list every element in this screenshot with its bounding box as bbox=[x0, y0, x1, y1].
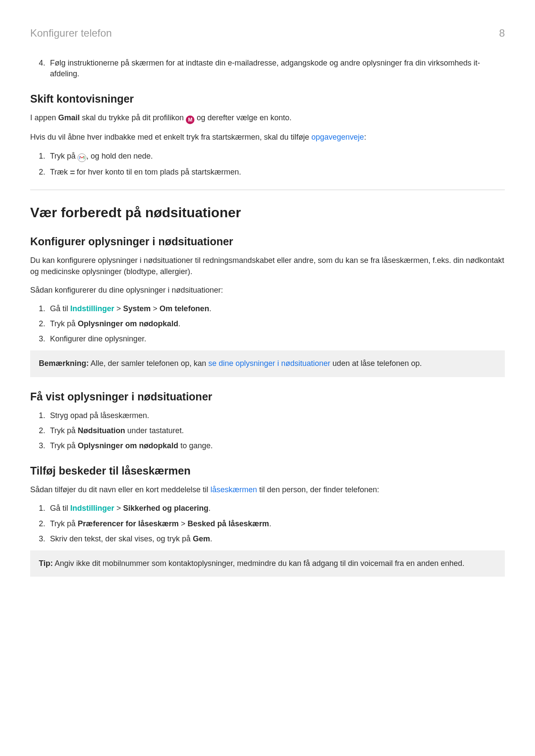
manual-page: Konfigurer telefon 8 Følg instruktionern… bbox=[0, 0, 535, 756]
continued-list: Følg instruktionerne på skærmen for at i… bbox=[30, 58, 505, 79]
list-lockscreen: Gå til Indstillinger > Sikkerhed og plac… bbox=[30, 503, 505, 544]
note-emergency-visible: Bemærkning: Alle, der samler telefonen o… bbox=[30, 350, 505, 377]
heading-view-emergency: Få vist oplysninger i nødsituationer bbox=[30, 389, 505, 404]
list-shortcuts: Tryk på , og hold den nede. Træk = for h… bbox=[30, 151, 505, 178]
heading-emergency-main: Vær forberedt på nødsituationer bbox=[30, 203, 505, 222]
link-opgavegenveje[interactable]: opgavegenveje bbox=[311, 133, 364, 141]
para-emergency-howto: Sådan konfigurerer du dine oplysninger i… bbox=[30, 285, 505, 296]
list-shortcuts-item-1: Tryk på , og hold den nede. bbox=[47, 151, 505, 162]
emerg-step-1: Gå til Indstillinger > System > Om telef… bbox=[47, 303, 505, 314]
para-add-shortcut: Hvis du vil åbne hver indbakke med et en… bbox=[30, 132, 505, 143]
link-indstillinger-2[interactable]: Indstillinger bbox=[70, 504, 114, 512]
section-divider bbox=[30, 190, 505, 190]
header-title: Konfigurer telefon bbox=[30, 26, 112, 41]
list-configure-emergency: Gå til Indstillinger > System > Om telef… bbox=[30, 303, 505, 345]
link-laaseskærmen[interactable]: låseskærmen bbox=[210, 485, 257, 494]
para-gmail-profile: I appen Gmail skal du trykke på dit prof… bbox=[30, 112, 505, 124]
list-shortcuts-item-2: Træk = for hver konto til en tom plads p… bbox=[47, 166, 505, 178]
lock-step-3: Skriv den tekst, der skal vises, og tryk… bbox=[47, 534, 505, 544]
lock-step-1: Gå til Indstillinger > Sikkerhed og plac… bbox=[47, 503, 505, 514]
emerg-step-3: Konfigurer dine oplysninger. bbox=[47, 334, 505, 344]
gmail-m-outline-icon bbox=[78, 153, 86, 162]
para-lockscreen-intro: Sådan tilføjer du dit navn eller en kort… bbox=[30, 484, 505, 495]
list-view-emergency: Stryg opad på låseskærmen. Tryk på Nødsi… bbox=[30, 410, 505, 452]
running-header: Konfigurer telefon 8 bbox=[30, 26, 505, 41]
view-step-3: Tryk på Oplysninger om nødopkald to gang… bbox=[47, 440, 505, 451]
profile-m-icon: M bbox=[186, 116, 194, 124]
drag-handle-icon: = bbox=[70, 166, 75, 178]
view-step-2: Tryk på Nødsituation under tastaturet. bbox=[47, 425, 505, 436]
link-see-emergency-info[interactable]: se dine oplysninger i nødsituationer bbox=[208, 359, 330, 368]
step-4: Følg instruktionerne på skærmen for at i… bbox=[47, 58, 505, 79]
heading-skift-kontovisninger: Skift kontovisninger bbox=[30, 91, 505, 106]
heading-configure-emergency: Konfigurer oplysninger i nødsituationer bbox=[30, 234, 505, 249]
lock-step-2: Tryk på Præferencer for låseskærm > Besk… bbox=[47, 519, 505, 529]
link-indstillinger-1[interactable]: Indstillinger bbox=[70, 304, 114, 313]
page-number: 8 bbox=[499, 26, 505, 41]
view-step-1: Stryg opad på låseskærmen. bbox=[47, 410, 505, 421]
tip-no-mobile-number: Tip: Angiv ikke dit mobilnummer som kont… bbox=[30, 550, 505, 577]
heading-lockscreen-msg: Tilføj beskeder til låseskærmen bbox=[30, 463, 505, 478]
para-emergency-intro: Du kan konfigurere oplysninger i nødsitu… bbox=[30, 255, 505, 277]
emerg-step-2: Tryk på Oplysninger om nødopkald. bbox=[47, 319, 505, 329]
